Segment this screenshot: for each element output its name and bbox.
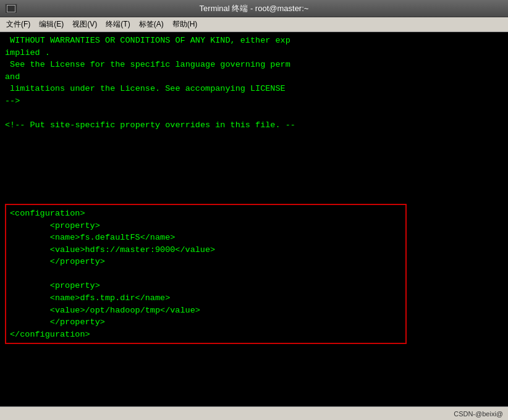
config-property-1-open: <property>	[10, 220, 402, 232]
config-property-1-close: </property>	[10, 256, 402, 268]
config-name-1: <name>fs.defaultFS</name>	[10, 232, 402, 244]
terminal-line-1: WITHOUT WARRANTIES OR CONDITIONS OF ANY …	[5, 35, 503, 47]
terminal-line-6: -->	[5, 95, 503, 107]
terminal-line-4: and	[5, 71, 503, 83]
status-bar: CSDN-@beixi@	[0, 406, 508, 420]
terminal-line-blank	[5, 107, 503, 119]
config-property-2-close: </property>	[10, 316, 402, 329]
menu-bar: 文件(F) 编辑(E) 视图(V) 终端(T) 标签(A) 帮助(H)	[0, 17, 508, 32]
menu-tabs[interactable]: 标签(A)	[135, 18, 167, 31]
window-title: Terminal 终端 - root@master:~	[200, 3, 309, 14]
menu-help[interactable]: 帮助(H)	[169, 18, 201, 31]
menu-view[interactable]: 视图(V)	[69, 18, 101, 31]
config-property-2-open: <property>	[10, 280, 402, 292]
terminal-content[interactable]: WITHOUT WARRANTIES OR CONDITIONS OF ANY …	[0, 32, 508, 406]
config-name-2: <name>dfs.tmp.dir</name>	[10, 292, 402, 304]
terminal-line-2: implied .	[5, 47, 503, 59]
config-box: <configuration> <property> <name>fs.defa…	[5, 204, 407, 344]
window-icon	[5, 4, 17, 14]
terminal-line-3: See the License for the specific languag…	[5, 59, 503, 71]
config-close-tag: </configuration>	[10, 329, 402, 341]
config-value-1: <value>hdfs://master:9000</value>	[10, 244, 402, 256]
terminal-comment-line: <!-- Put site-specific property override…	[5, 119, 503, 132]
menu-terminal[interactable]: 终端(T)	[102, 18, 133, 31]
status-text: CSDN-@beixi@	[454, 410, 503, 418]
config-value-2: <value>/opt/hadoop/tmp</value>	[10, 304, 402, 317]
config-blank-1	[10, 268, 402, 280]
menu-edit[interactable]: 编辑(E)	[35, 18, 67, 31]
terminal-line-5: limitations under the License. See accom…	[5, 83, 503, 95]
menu-file[interactable]: 文件(F)	[2, 18, 34, 31]
title-bar: Terminal 终端 - root@master:~	[0, 0, 508, 17]
config-open-tag: <configuration>	[10, 208, 402, 220]
